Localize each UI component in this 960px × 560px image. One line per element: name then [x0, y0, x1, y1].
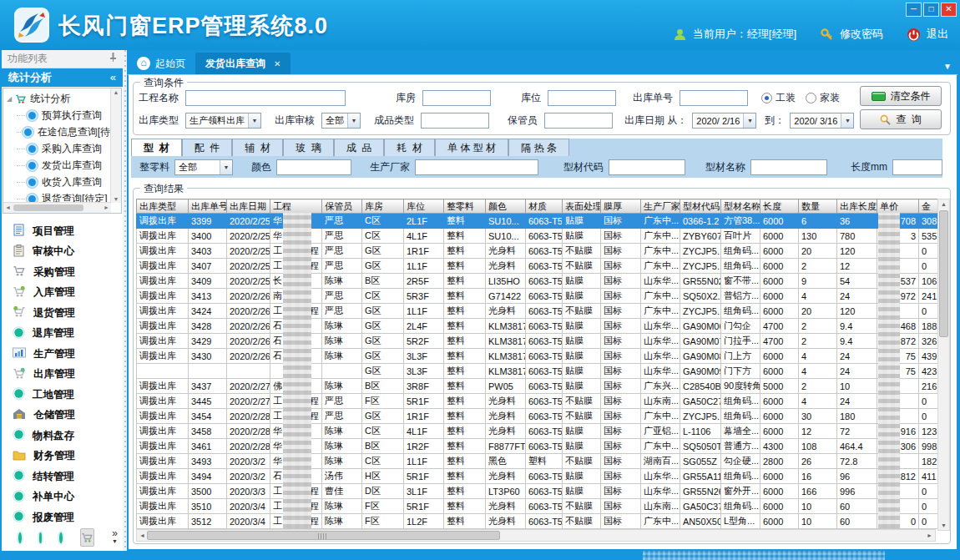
table-row[interactable]: 调拨出库34582020/2/28华 原...陈琳C区4L1F整料光身料6063…	[137, 424, 948, 439]
sidebar-item-1[interactable]: 审核中心	[2, 242, 123, 263]
table-row[interactable]: 调拨出库35102020/3/4工 共工程陈琳F区5R1F整料光身料6063-T…	[137, 499, 948, 514]
tree-expander-icon[interactable]: ◢	[7, 95, 12, 103]
tree-vertical-scrollbar[interactable]: ▲▼	[110, 88, 121, 203]
column-header-12[interactable]: 生产厂家	[641, 199, 680, 214]
code-input[interactable]	[609, 159, 685, 175]
material-tab-5[interactable]: 耗 材	[384, 139, 435, 156]
column-header-13[interactable]: 型材代码	[680, 199, 721, 214]
column-header-17[interactable]: 出库长度	[837, 199, 877, 214]
pin-icon[interactable]	[109, 53, 117, 64]
tree-item-4[interactable]: 收货入库查询	[5, 174, 110, 190]
column-header-2[interactable]: 出库日期	[227, 199, 270, 214]
sidebar-item-3[interactable]: 入库管理	[2, 283, 123, 304]
cart-icon[interactable]	[80, 528, 94, 547]
order-no-input[interactable]	[680, 90, 748, 106]
minimize-button[interactable]: ─	[906, 3, 922, 17]
product-type-input[interactable]	[421, 113, 489, 129]
column-header-3[interactable]: 工程	[270, 199, 322, 214]
table-row[interactable]: 调拨出库34372020/2/27佛 料...陈琳B区3R8F整料PW05606…	[137, 379, 948, 394]
column-header-9[interactable]: 材质	[526, 199, 563, 214]
column-header-5[interactable]: 库房	[362, 199, 404, 214]
table-row[interactable]: 调拨出库34092020/2/25长 ...陈琳B区2R5F整料LI35HO60…	[137, 274, 948, 289]
table-row[interactable]: 调拨出库34302020/2/26石 城陈琳G区3L3F整料KLM3817606…	[137, 349, 948, 364]
dot-icon[interactable]	[39, 532, 43, 543]
material-tab-0[interactable]: 型 材	[131, 139, 182, 156]
table-row[interactable]: 调拨出库34282020/2/26石 城陈琳G区2L4F整料KLM3817606…	[137, 319, 948, 334]
column-header-7[interactable]: 整零料	[444, 199, 486, 214]
table-row[interactable]: 调拨出库35122020/3/4工 共工程陈琳F区1L2F整料光身料6063-T…	[137, 514, 948, 529]
radio-industrial[interactable]: 工装	[761, 91, 796, 105]
column-header-16[interactable]: 数量	[799, 199, 837, 214]
table-row[interactable]: 调拨出库34072020/2/25工 共工程严思G区1L1F整料光身料6063-…	[137, 259, 948, 274]
maximize-button[interactable]: □	[923, 3, 939, 17]
column-header-14[interactable]: 型材名称	[721, 199, 760, 214]
keeper-input[interactable]	[544, 113, 613, 129]
table-row[interactable]: 调拨出库34242020/2/26工 共工程严思G区1L1F整料光身料6063-…	[137, 304, 948, 319]
tab-close-icon[interactable]: ✕	[274, 59, 280, 68]
table-row[interactable]: 调拨出库33992020/2/25华 原...严思C区2L1F整料SU10...…	[137, 214, 948, 229]
sidebar-item-0[interactable]: 项目管理	[2, 221, 123, 242]
tree-horizontal-scrollbar[interactable]: ◄►	[3, 202, 111, 213]
column-header-1[interactable]: 出库单号	[189, 199, 227, 214]
column-header-18[interactable]: 单价	[877, 199, 919, 214]
material-tab-7[interactable]: 隔 热 条	[508, 139, 569, 156]
stats-group-header[interactable]: 统计分析 «	[2, 68, 123, 88]
change-password-link[interactable]: 修改密码	[840, 27, 883, 42]
column-header-10[interactable]: 表面处理	[563, 199, 601, 214]
table-vertical-scrollbar[interactable]: ▲▼	[937, 199, 950, 531]
table-row[interactable]: 调拨出库35002020/3/3工 共工程曹佳D区3L1F整料LT3P60606…	[137, 484, 948, 499]
sidebar-item-7[interactable]: 出库管理	[2, 365, 123, 386]
date-to-picker[interactable]: 2020/ 3/16▼	[790, 113, 854, 129]
tree-item-1[interactable]: 在途信息查询[待	[5, 124, 110, 140]
column-header-6[interactable]: 库位	[404, 199, 444, 214]
material-tab-4[interactable]: 成 品	[334, 139, 385, 156]
sidebar-item-13[interactable]: 补单中心	[2, 487, 123, 508]
tree-root-stats[interactable]: ◢ 统计分析	[5, 90, 110, 107]
column-header-4[interactable]: 保管员	[322, 199, 362, 214]
close-button[interactable]: ✕	[941, 3, 957, 17]
column-header-0[interactable]: 出库类型	[137, 199, 189, 214]
table-row[interactable]: 调拨出库34292020/2/26石 城陈琳G区5R2F整料KLM3817606…	[137, 334, 948, 349]
table-row[interactable]: 调拨出库34002020/2/25华 原...严思C区4L1F整料SU10...…	[137, 229, 948, 244]
sidebar-item-6[interactable]: 生产管理	[2, 344, 123, 365]
sidebar-item-14[interactable]: 报废管理	[2, 507, 123, 528]
tree-item-0[interactable]: 预算执行查询	[5, 107, 110, 124]
tree-item-3[interactable]: 发货出库查询	[5, 157, 110, 174]
factory-input[interactable]	[415, 159, 538, 175]
dot-icon[interactable]	[59, 532, 63, 543]
tab-home[interactable]: ⌂ 起始页	[127, 53, 195, 74]
material-tab-1[interactable]: 配 件	[182, 139, 233, 156]
search-button[interactable]: 查 询	[860, 109, 942, 129]
clear-conditions-button[interactable]: 清空条件	[860, 86, 942, 106]
material-tab-2[interactable]: 辅 材	[232, 139, 283, 156]
table-row[interactable]: 调拨出库34032020/2/25工 共工程严思G区1R1F整料光身料6063-…	[137, 244, 948, 259]
sidebar-item-2[interactable]: 采购管理	[2, 262, 123, 283]
table-row[interactable]: 调拨出库34132020/2/26南 ...严思C区5R3F整料G7142260…	[137, 289, 948, 304]
column-header-8[interactable]: 颜色	[486, 199, 526, 214]
logout-link[interactable]: 退出	[927, 27, 948, 42]
table-row[interactable]: 调拨出库34452020/2/27工 共工程严思F区5R1F整料光身料6063-…	[137, 394, 948, 409]
tree-item-5[interactable]: 退货查询[待定]	[5, 190, 110, 203]
length-input[interactable]	[892, 159, 942, 175]
sidebar-item-4[interactable]: 退货管理	[2, 303, 123, 324]
location-input[interactable]	[548, 90, 616, 106]
tabbar-caret-icon[interactable]: ▼	[943, 62, 958, 74]
material-tab-6[interactable]: 单 体 型 材	[435, 139, 508, 156]
overflow-chevron-icon[interactable]: »▼	[112, 530, 118, 545]
tab-outbound-query[interactable]: 发货出库查询 ✕	[195, 53, 291, 74]
sidebar-item-5[interactable]: 退库管理	[2, 324, 123, 345]
date-from-picker[interactable]: 2020/ 2/16▼	[692, 113, 756, 129]
warehouse-input[interactable]	[422, 90, 491, 106]
table-row[interactable]: 调拨出库34542020/2/28工 共工程严思G区1R1F整料光身料6063-…	[137, 409, 948, 424]
sidebar-item-10[interactable]: 物料盘存	[2, 426, 123, 446]
sidebar-item-12[interactable]: 结转管理	[2, 467, 123, 487]
column-header-11[interactable]: 膜厚	[601, 199, 641, 214]
dot-icon[interactable]	[18, 532, 22, 543]
table-row[interactable]: 调拨出库34612020/2/28华 原...陈琳B区1R2F整料F8877FT…	[137, 439, 948, 454]
project-name-input[interactable]	[185, 90, 346, 106]
color-input[interactable]	[276, 159, 351, 175]
column-header-15[interactable]: 长度	[760, 199, 799, 214]
sidebar-item-9[interactable]: 仓储管理	[2, 406, 123, 426]
sidebar-item-11[interactable]: 财务管理	[2, 446, 123, 467]
table-row[interactable]: G区3L3F整料KLM38176063-T5贴膜国标山东华...GA90M09.…	[137, 364, 948, 379]
